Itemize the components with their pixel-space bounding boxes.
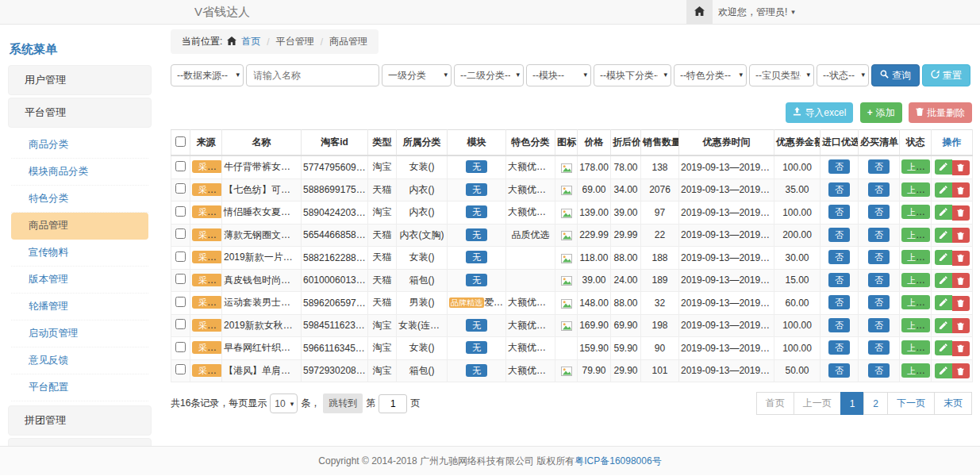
edit-button[interactable] xyxy=(935,250,952,265)
edit-button[interactable] xyxy=(935,182,952,198)
sidebar-subitem-意见反馈[interactable]: 意见反馈 xyxy=(11,347,148,374)
batch-delete-button[interactable]: 批量删除 xyxy=(909,102,972,123)
imported-toggle[interactable]: 否 xyxy=(828,159,850,174)
status-badge[interactable]: 上架 xyxy=(901,273,930,287)
row-checkbox[interactable] xyxy=(175,161,186,171)
module-badge[interactable]: 无 xyxy=(466,183,487,196)
module-badge[interactable]: 无 xyxy=(466,274,487,286)
page-button-1[interactable]: 1 xyxy=(840,392,865,415)
status-badge[interactable]: 上架 xyxy=(901,340,930,355)
per-page-select[interactable]: 10 ▾ xyxy=(270,393,298,413)
status-badge[interactable]: 上架 xyxy=(901,159,930,174)
must-buy-toggle[interactable]: 否 xyxy=(868,273,890,287)
module-badge[interactable]: 无 xyxy=(466,341,487,354)
sidebar-subitem-启动页管理[interactable]: 启动页管理 xyxy=(11,321,148,347)
filter-module-sub-category[interactable]: --模块下分类--▾ xyxy=(594,64,671,86)
delete-button[interactable] xyxy=(952,182,970,198)
filter-item-type[interactable]: --宝贝类型--▾ xyxy=(749,64,814,86)
sidebar-item-用户管理[interactable]: 用户管理 xyxy=(8,65,152,95)
imported-toggle[interactable]: 否 xyxy=(828,318,850,332)
delete-button[interactable] xyxy=(952,205,970,221)
edit-button[interactable] xyxy=(935,340,952,355)
edit-button[interactable] xyxy=(935,363,952,378)
filter-level2-category[interactable]: --二级分类--▾ xyxy=(454,64,524,86)
must-buy-toggle[interactable]: 否 xyxy=(868,159,890,174)
sidebar-subitem-模块商品分类[interactable]: 模块商品分类 xyxy=(11,159,148,186)
row-checkbox[interactable] xyxy=(175,228,186,239)
must-buy-toggle[interactable]: 否 xyxy=(868,250,890,264)
module-badge[interactable]: 无 xyxy=(466,319,487,332)
edit-button[interactable] xyxy=(935,228,952,243)
must-buy-toggle[interactable]: 否 xyxy=(868,182,890,197)
page-button-2[interactable]: 2 xyxy=(863,392,888,415)
must-buy-toggle[interactable]: 否 xyxy=(868,295,890,309)
sidebar-subitem-商品分类[interactable]: 商品分类 xyxy=(11,132,148,159)
module-badge[interactable]: 无 xyxy=(466,228,487,241)
module-badge[interactable]: 无 xyxy=(466,251,487,263)
imported-toggle[interactable]: 否 xyxy=(828,205,850,219)
filter-data-source[interactable]: --数据来源--▾ xyxy=(171,64,244,86)
sidebar-subitem-商品管理[interactable]: 商品管理 xyxy=(11,213,148,240)
edit-button[interactable] xyxy=(935,159,952,175)
reset-button[interactable]: 重置 xyxy=(922,64,970,86)
delete-button[interactable] xyxy=(952,160,970,175)
breadcrumb-home-link[interactable]: 首页 xyxy=(241,35,260,48)
imported-toggle[interactable]: 否 xyxy=(828,340,850,355)
edit-button[interactable] xyxy=(935,295,952,310)
imported-toggle[interactable]: 否 xyxy=(828,295,850,309)
delete-button[interactable] xyxy=(952,318,970,333)
row-checkbox[interactable] xyxy=(175,297,186,307)
row-checkbox[interactable] xyxy=(175,206,186,217)
icp-link[interactable]: 粤ICP备16098006号 xyxy=(575,455,661,468)
must-buy-toggle[interactable]: 否 xyxy=(868,363,890,378)
page-button-末页[interactable]: 末页 xyxy=(934,392,972,415)
row-checkbox[interactable] xyxy=(175,183,186,194)
module-badge[interactable]: 无 xyxy=(466,364,487,377)
imported-toggle[interactable]: 否 xyxy=(828,228,850,242)
select-all-checkbox[interactable] xyxy=(175,136,186,147)
module-badge[interactable]: 无 xyxy=(466,205,487,218)
sidebar-subitem-宣传物料[interactable]: 宣传物料 xyxy=(11,240,148,267)
imported-toggle[interactable]: 否 xyxy=(828,273,850,287)
filter-name-input[interactable] xyxy=(246,64,379,86)
delete-button[interactable] xyxy=(952,273,970,288)
must-buy-toggle[interactable]: 否 xyxy=(868,340,890,355)
status-badge[interactable]: 上架 xyxy=(901,205,930,219)
delete-button[interactable] xyxy=(952,363,970,378)
user-menu[interactable]: 欢迎您，管理员! ▾ xyxy=(718,0,795,24)
status-badge[interactable]: 上架 xyxy=(901,295,930,309)
status-badge[interactable]: 上架 xyxy=(901,228,930,242)
imported-toggle[interactable]: 否 xyxy=(828,363,850,378)
edit-button[interactable] xyxy=(935,318,952,333)
row-checkbox[interactable] xyxy=(175,364,186,374)
sidebar-subitem-版本管理[interactable]: 版本管理 xyxy=(11,267,148,294)
filter-status[interactable]: --状态--▾ xyxy=(817,64,869,86)
row-checkbox[interactable] xyxy=(175,274,186,284)
sidebar-subitem-特色分类[interactable]: 特色分类 xyxy=(11,186,148,213)
sidebar-subitem-轮播管理[interactable]: 轮播管理 xyxy=(11,294,148,321)
status-badge[interactable]: 上架 xyxy=(901,363,930,378)
delete-button[interactable] xyxy=(952,296,970,311)
must-buy-toggle[interactable]: 否 xyxy=(868,228,890,242)
edit-button[interactable] xyxy=(935,205,952,220)
imported-toggle[interactable]: 否 xyxy=(828,250,850,264)
imported-toggle[interactable]: 否 xyxy=(828,182,850,197)
must-buy-toggle[interactable]: 否 xyxy=(868,205,890,219)
status-badge[interactable]: 上架 xyxy=(901,318,930,332)
module-badge[interactable]: 无 xyxy=(466,160,487,173)
filter-level1-category[interactable]: 一级分类▾ xyxy=(382,64,452,86)
row-checkbox[interactable] xyxy=(175,319,186,329)
sidebar-subitem-平台配置[interactable]: 平台配置 xyxy=(11,374,148,401)
sidebar-item-拼团管理[interactable]: 拼团管理 xyxy=(8,405,152,436)
must-buy-toggle[interactable]: 否 xyxy=(868,318,890,332)
sidebar-item-平台管理[interactable]: 平台管理 xyxy=(8,98,152,128)
filter-feature-category[interactable]: --特色分类--▾ xyxy=(674,64,747,86)
add-button[interactable]: + 添加 xyxy=(860,102,902,123)
delete-button[interactable] xyxy=(952,251,970,266)
status-badge[interactable]: 上架 xyxy=(901,182,930,197)
page-button-下一页[interactable]: 下一页 xyxy=(887,392,935,415)
delete-button[interactable] xyxy=(952,341,970,356)
jump-page-input[interactable] xyxy=(379,394,407,413)
query-button[interactable]: 查询 xyxy=(871,64,920,86)
import-excel-button[interactable]: 导入excel xyxy=(786,102,853,123)
